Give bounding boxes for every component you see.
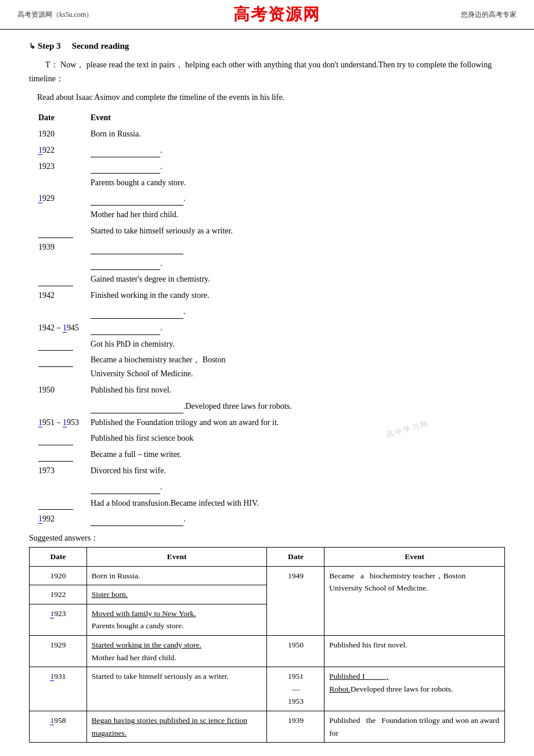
table-row: 1939 bbox=[35, 239, 319, 255]
step-number: Step 3 bbox=[38, 41, 61, 51]
table-row: 1942 Finished working in the candy store… bbox=[35, 287, 319, 304]
timeline-event: Became a biochemistry teacher， BostonUni… bbox=[87, 352, 319, 382]
header-center-logo: 高考资源网 bbox=[233, 3, 320, 26]
timeline-event: . bbox=[87, 479, 319, 495]
answer-event: Moved with family to New York. Parents b… bbox=[86, 604, 267, 635]
col-event2: Event bbox=[324, 548, 505, 567]
timeline-date bbox=[35, 352, 87, 382]
timeline-event: .Developed three laws for robots. bbox=[87, 398, 319, 415]
timeline-date: 1920 bbox=[35, 126, 87, 142]
timeline-date bbox=[35, 479, 87, 495]
answer-date: 1939 bbox=[267, 711, 324, 743]
timeline-table: Date Event 1920 Born in Russia. 1922 . 1… bbox=[35, 110, 319, 527]
col-date2: Date bbox=[267, 548, 324, 567]
table-row: 1992 . bbox=[35, 511, 319, 527]
timeline-date: 1929 bbox=[35, 190, 87, 207]
col-date1: Date bbox=[30, 548, 87, 567]
timeline-header-row: Date Event bbox=[35, 110, 319, 126]
table-row: 1920 Born in Russia. bbox=[35, 126, 319, 142]
instruction-para-2: Read about Isaac Asimov and complete the… bbox=[29, 91, 505, 105]
table-row: 1973 Divorced his first wife. bbox=[35, 463, 319, 479]
table-row: 1922 . bbox=[35, 142, 319, 159]
timeline-event: Had a blood transfusion.Became infected … bbox=[87, 495, 319, 512]
table-row: . bbox=[35, 255, 319, 272]
timeline-date bbox=[35, 207, 87, 223]
timeline-event: Published his first novel. bbox=[87, 382, 319, 398]
table-row: Became a full－time writer. bbox=[35, 447, 319, 463]
table-row: Started to take himself seriously as a w… bbox=[35, 223, 319, 239]
step3-title: ↳ Step 3 Second reading bbox=[29, 41, 505, 51]
timeline-date bbox=[35, 495, 87, 512]
answer-event: Published his first novel. bbox=[324, 636, 505, 667]
timeline-event: Got his PhD in chemistry. bbox=[87, 336, 319, 352]
timeline-date: 1922 bbox=[35, 142, 87, 159]
answer-date: 1949 bbox=[267, 566, 324, 635]
step-symbol: ↳ bbox=[29, 42, 35, 51]
table-row: Got his PhD in chemistry. bbox=[35, 336, 319, 352]
answer-event: Began having stories published in sc ien… bbox=[86, 711, 267, 743]
timeline-date bbox=[35, 304, 87, 320]
answer-event: Sister born. bbox=[86, 585, 267, 604]
timeline-event: Divorced his first wife. bbox=[87, 463, 319, 479]
header-right-text: 您身边的高考专家 bbox=[461, 10, 517, 20]
page-header: 高考资源网（ks5u.com） 高考资源网 您身边的高考专家 bbox=[0, 0, 534, 30]
timeline-event: . bbox=[87, 159, 319, 175]
timeline-date bbox=[35, 223, 87, 239]
answer-event: Started to take himself seriously as a w… bbox=[86, 667, 267, 711]
table-row: Published his first science book bbox=[35, 430, 319, 447]
table-row: 1950 Published his first novel. bbox=[35, 382, 319, 398]
answer-table-header: Date Event Date Event bbox=[30, 548, 505, 567]
timeline-event: Mother had her third child. bbox=[87, 207, 319, 223]
timeline-date: 1973 bbox=[35, 463, 87, 479]
date-header: Date bbox=[35, 110, 87, 126]
main-content: ↳ Step 3 Second reading T： Now， please r… bbox=[0, 30, 534, 756]
timeline-event: Published his first science book bbox=[87, 430, 319, 447]
col-event1: Event bbox=[86, 548, 267, 567]
timeline-event: . bbox=[87, 511, 319, 527]
timeline-date: 1942 bbox=[35, 287, 87, 304]
timeline-date bbox=[35, 447, 87, 463]
timeline-date: 1950 bbox=[35, 382, 87, 398]
table-row: Parents bought a candy store. bbox=[35, 175, 319, 191]
timeline-date bbox=[35, 255, 87, 272]
timeline-date: 1951－1953 bbox=[35, 415, 87, 431]
table-row: 1929 Started working in the candy store.… bbox=[30, 636, 505, 667]
answer-date: 1931 bbox=[30, 667, 87, 711]
timeline-date bbox=[35, 271, 87, 287]
answer-date: 1958 bbox=[30, 711, 87, 743]
table-row: . bbox=[35, 304, 319, 320]
table-row: Mother had her third child. bbox=[35, 207, 319, 223]
timeline-event bbox=[87, 239, 319, 255]
timeline-event: Finished working in the candy store. bbox=[87, 287, 319, 304]
table-row: Had a blood transfusion.Became infected … bbox=[35, 495, 319, 512]
instruction-para-1: T： Now， please read the text in pairs， h… bbox=[29, 58, 505, 86]
timeline-event: . bbox=[87, 320, 319, 336]
step-subtitle: Second reading bbox=[72, 41, 129, 51]
table-row: 1929 . bbox=[35, 190, 319, 207]
table-row: 1923 . bbox=[35, 159, 319, 175]
timeline-date: 1992 bbox=[35, 511, 87, 527]
timeline-event: . bbox=[87, 304, 319, 320]
timeline-date bbox=[35, 175, 87, 191]
answer-date: 1923 bbox=[30, 604, 87, 635]
table-row: .Developed three laws for robots. bbox=[35, 398, 319, 415]
answer-date: 1950 bbox=[267, 636, 324, 667]
timeline-date: 1923 bbox=[35, 159, 87, 175]
timeline-date bbox=[35, 430, 87, 447]
answer-date: 1929 bbox=[30, 636, 87, 667]
table-row: 1951－1953 Published the Foundation trilo… bbox=[35, 415, 319, 431]
table-row: 1958 Began having stories published in s… bbox=[30, 711, 505, 743]
timeline-event: Gained master's degree in chemistry. bbox=[87, 271, 319, 287]
answer-date: 1922 bbox=[30, 585, 87, 604]
timeline-date: 1942－1945 bbox=[35, 320, 87, 336]
table-row: Became a biochemistry teacher， BostonUni… bbox=[35, 352, 319, 382]
answer-event: Born in Russia. bbox=[86, 566, 267, 585]
answer-event: Started working in the candy store. Moth… bbox=[86, 636, 267, 667]
answer-event: Published I , Robot.Developed three laws… bbox=[324, 667, 505, 711]
suggested-answers-label: Suggested answers： bbox=[29, 533, 505, 543]
timeline-date: 1939 bbox=[35, 239, 87, 255]
timeline-event: Born in Russia. bbox=[87, 126, 319, 142]
timeline-date bbox=[35, 398, 87, 415]
table-row: 1931 Started to take himself seriously a… bbox=[30, 667, 505, 711]
timeline-event: Parents bought a candy store. bbox=[87, 175, 319, 191]
